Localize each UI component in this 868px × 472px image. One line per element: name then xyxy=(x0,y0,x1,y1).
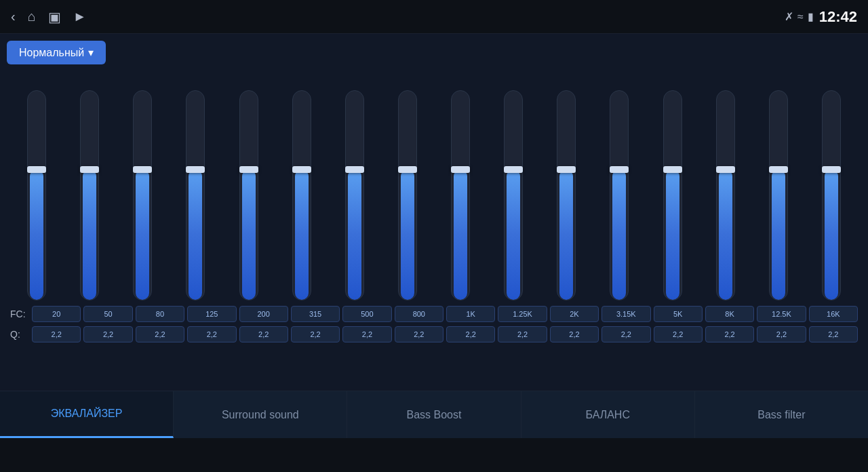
fc-badge-8K[interactable]: 8K xyxy=(705,306,754,322)
slider-col-1K[interactable] xyxy=(434,90,487,300)
q-badge-3.15K[interactable]: 2,2 xyxy=(601,326,650,342)
slider-col-800[interactable] xyxy=(381,90,434,300)
slider-fill-80 xyxy=(136,170,149,300)
q-badge-12.5K[interactable]: 2,2 xyxy=(757,326,806,342)
q-badge-500[interactable]: 2,2 xyxy=(342,326,391,342)
q-badge-800[interactable]: 2,2 xyxy=(395,326,443,342)
fc-badge-1K[interactable]: 1K xyxy=(446,306,495,322)
slider-thumb-2K[interactable] xyxy=(557,166,576,173)
slider-thumb-1K[interactable] xyxy=(451,166,470,173)
slider-thumb-12.5K[interactable] xyxy=(769,166,788,173)
slider-track-16K[interactable] xyxy=(822,90,841,300)
slider-fill-315 xyxy=(295,170,309,300)
slider-track-1.25K[interactable] xyxy=(504,90,523,300)
slider-col-16K[interactable] xyxy=(805,90,858,300)
slider-thumb-16K[interactable] xyxy=(822,166,841,173)
slider-col-5K[interactable] xyxy=(646,90,699,300)
fc-badge-12.5K[interactable]: 12.5K xyxy=(757,306,806,322)
slider-thumb-8K[interactable] xyxy=(716,166,735,173)
windows-icon[interactable]: ▣ xyxy=(48,9,61,25)
slider-col-500[interactable] xyxy=(328,90,381,300)
slider-thumb-5K[interactable] xyxy=(663,166,682,173)
slider-track-12.5K[interactable] xyxy=(769,90,788,300)
fc-badge-80[interactable]: 80 xyxy=(136,306,184,322)
slider-fill-1K xyxy=(454,170,467,300)
slider-track-2K[interactable] xyxy=(557,90,576,300)
tab-balance[interactable]: БАЛАНС xyxy=(521,391,695,438)
slider-thumb-800[interactable] xyxy=(398,166,417,173)
clock: 12:42 xyxy=(819,8,857,26)
slider-thumb-315[interactable] xyxy=(292,166,311,173)
slider-col-1.25K[interactable] xyxy=(487,90,540,300)
slider-track-125[interactable] xyxy=(186,90,205,300)
slider-col-8K[interactable] xyxy=(699,90,752,300)
q-badge-16K[interactable]: 2,2 xyxy=(809,326,858,342)
fc-badge-1.25K[interactable]: 1.25K xyxy=(498,306,547,322)
slider-col-125[interactable] xyxy=(169,90,222,300)
tab-surround[interactable]: Surround sound xyxy=(174,391,347,438)
slider-thumb-50[interactable] xyxy=(80,166,99,173)
q-badge-5K[interactable]: 2,2 xyxy=(654,326,703,342)
q-badge-8K[interactable]: 2,2 xyxy=(705,326,754,342)
slider-fill-12.5K xyxy=(772,170,785,300)
fc-badge-315[interactable]: 315 xyxy=(291,306,340,322)
slider-track-80[interactable] xyxy=(133,90,152,300)
slider-thumb-80[interactable] xyxy=(133,166,152,173)
slider-track-5K[interactable] xyxy=(663,90,682,300)
fc-badge-16K[interactable]: 16K xyxy=(809,306,858,322)
slider-fill-20 xyxy=(30,170,43,300)
fc-badge-20[interactable]: 20 xyxy=(32,306,81,322)
slider-track-20[interactable] xyxy=(27,90,46,300)
q-badge-125[interactable]: 2,2 xyxy=(187,326,236,342)
slider-fill-2K xyxy=(559,170,573,300)
q-badge-50[interactable]: 2,2 xyxy=(83,326,132,342)
slider-col-20[interactable] xyxy=(10,90,63,300)
fc-badge-800[interactable]: 800 xyxy=(395,306,443,322)
slider-thumb-1.25K[interactable] xyxy=(504,166,523,173)
slider-col-12.5K[interactable] xyxy=(752,90,805,300)
q-row: Q: 2,22,22,22,22,22,22,22,22,22,22,22,22… xyxy=(7,326,861,342)
slider-track-1K[interactable] xyxy=(451,90,470,300)
slider-track-200[interactable] xyxy=(239,90,258,300)
slider-col-50[interactable] xyxy=(63,90,116,300)
q-badge-2K[interactable]: 2,2 xyxy=(550,326,599,342)
tab-bass-boost[interactable]: Bass Boost xyxy=(347,391,521,438)
slider-track-3.15K[interactable] xyxy=(610,90,629,300)
q-badge-20[interactable]: 2,2 xyxy=(32,326,81,342)
slider-thumb-500[interactable] xyxy=(345,166,364,173)
slider-col-2K[interactable] xyxy=(540,90,593,300)
slider-track-800[interactable] xyxy=(398,90,417,300)
status-icons: ✗ ≈ ▮ xyxy=(785,10,814,23)
slider-thumb-125[interactable] xyxy=(186,166,205,173)
q-badge-200[interactable]: 2,2 xyxy=(239,326,288,342)
slider-fill-500 xyxy=(348,170,361,300)
slider-thumb-3.15K[interactable] xyxy=(610,166,629,173)
fc-badge-125[interactable]: 125 xyxy=(187,306,236,322)
slider-col-3.15K[interactable] xyxy=(593,90,646,300)
fc-badge-50[interactable]: 50 xyxy=(83,306,132,322)
tab-bass-filter[interactable]: Bass filter xyxy=(695,391,868,438)
home-icon[interactable]: ⌂ xyxy=(28,9,36,24)
slider-col-80[interactable] xyxy=(116,90,169,300)
slider-col-315[interactable] xyxy=(275,90,328,300)
preset-button[interactable]: Нормальный ▾ xyxy=(7,41,106,64)
q-badge-1.25K[interactable]: 2,2 xyxy=(498,326,547,342)
fc-badge-5K[interactable]: 5K xyxy=(654,306,703,322)
tab-equalizer[interactable]: ЭКВАЛАЙЗЕР xyxy=(0,391,174,438)
slider-track-8K[interactable] xyxy=(716,90,735,300)
fc-badge-200[interactable]: 200 xyxy=(239,306,288,322)
fc-badge-2K[interactable]: 2K xyxy=(550,306,599,322)
q-badge-1K[interactable]: 2,2 xyxy=(446,326,495,342)
q-badge-80[interactable]: 2,2 xyxy=(136,326,184,342)
fc-badge-3.15K[interactable]: 3.15K xyxy=(601,306,650,322)
slider-track-50[interactable] xyxy=(80,90,99,300)
slider-thumb-20[interactable] xyxy=(27,166,46,173)
slider-col-200[interactable] xyxy=(222,90,275,300)
slider-thumb-200[interactable] xyxy=(239,166,258,173)
play-icon[interactable]: ► xyxy=(73,9,87,24)
back-icon[interactable]: ‹ xyxy=(11,9,16,24)
slider-track-500[interactable] xyxy=(345,90,364,300)
q-badge-315[interactable]: 2,2 xyxy=(291,326,340,342)
slider-track-315[interactable] xyxy=(292,90,311,300)
fc-badge-500[interactable]: 500 xyxy=(342,306,391,322)
